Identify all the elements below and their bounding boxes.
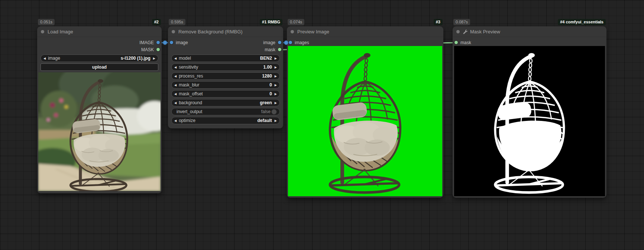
input-slot-images[interactable]: images [289,39,309,46]
output-slot-mask[interactable]: MASK [141,46,160,53]
node-id-badge: #2 [152,19,161,25]
widget-value: 0 [269,82,272,88]
output-slot-image[interactable]: IMAGE [139,39,160,46]
images-input-pin[interactable] [289,41,292,44]
input-slot-label: mask [460,40,471,45]
input-slot-image[interactable]: image [170,39,188,46]
combo-left-arrow-icon[interactable]: ◀ [174,101,177,105]
widget-value: green [260,100,272,105]
toggle-knob[interactable] [271,109,277,115]
widget-value: false [261,109,271,114]
invert-output-toggle-widget[interactable]: invert_output false [171,108,280,115]
input-slot-mask[interactable]: mask [454,39,471,46]
widget-value: s-l1200 (1).jpg [121,56,151,61]
combo-right-arrow-icon[interactable]: ▶ [153,57,155,60]
combo-right-arrow-icon[interactable]: ▶ [275,119,277,122]
widget-value: BEN2 [260,56,272,61]
upload-button[interactable]: upload [41,63,158,71]
widget-label: background [179,100,202,105]
node-title: Remove Background (RMBG) [178,29,243,34]
mask-blur-number-widget[interactable]: ◀ mask_blur 0 ▶ [171,81,280,89]
widget-label: process_res [179,73,203,79]
chair-mask-silhouette [454,46,605,196]
output-slot-image[interactable]: image [263,39,281,46]
mask-output-pin[interactable] [278,48,281,51]
node-remove-background[interactable]: 0.595s #1 RMBG Remove Background (RMBG) … [168,26,283,128]
combo-left-arrow-icon[interactable]: ◀ [174,57,177,60]
status-dot-icon [456,30,460,33]
node-title-bar[interactable]: Load Image [37,26,162,37]
widget-value: default [258,118,272,123]
output-slot-label: MASK [141,47,154,52]
execution-time-badge: 0.074s [288,19,304,25]
model-combo-widget[interactable]: ◀ model BEN2 ▶ [171,55,280,62]
combo-right-arrow-icon[interactable]: ▶ [275,75,277,78]
combo-left-arrow-icon[interactable]: ◀ [174,83,177,87]
node-title: Mask Preview [470,29,500,34]
mask-output-pin[interactable] [156,48,160,51]
widget-label: mask_offset [179,91,203,96]
node-title-bar[interactable]: Preview Image [287,26,443,37]
combo-left-arrow-icon[interactable]: ◀ [174,92,177,96]
node-load-image[interactable]: 0.051s #2 Load Image IMAGE MASK ◀ image … [37,26,162,193]
widget-label: invert_output [177,109,202,114]
background-combo-widget[interactable]: ◀ background green ▶ [171,99,280,106]
node-mask-preview[interactable]: 0.087s #4 comfyui_essentials Mask Previe… [453,26,606,198]
status-dot-icon [172,30,175,33]
green-screen-preview[interactable] [288,46,442,196]
node-title-bar[interactable]: Mask Preview [453,26,606,37]
image-combo-widget[interactable]: ◀ image s-l1200 (1).jpg ▶ [41,55,158,62]
execution-time-badge: 0.087s [453,19,470,25]
input-slot-label: image [176,40,188,45]
output-slot-label: mask [265,47,275,52]
combo-left-arrow-icon[interactable]: ◀ [43,57,46,60]
wrench-icon [463,29,468,34]
combo-right-arrow-icon[interactable]: ▶ [275,66,277,69]
loaded-image-preview[interactable] [38,72,161,191]
widget-value: 0 [269,91,272,96]
node-id-badge: #1 RMBG [260,19,282,25]
node-title-bar[interactable]: Remove Background (RMBG) [168,26,283,37]
mask-image-preview[interactable] [454,46,605,196]
widget-label: optimize [179,118,195,123]
widget-label: model [179,56,191,61]
combo-right-arrow-icon[interactable]: ▶ [275,83,277,87]
status-dot-icon [291,30,294,33]
process-res-number-widget[interactable]: ◀ process_res 1280 ▶ [171,72,280,80]
input-slot-label: images [295,40,309,45]
node-title: Preview Image [297,29,329,34]
widget-label: sensitivity [179,65,198,70]
combo-left-arrow-icon[interactable]: ◀ [174,66,177,69]
combo-right-arrow-icon[interactable]: ▶ [275,101,277,105]
widget-label: mask_blur [179,82,199,88]
chair-on-chroma-green [288,46,442,196]
image-output-pin[interactable] [156,41,160,44]
node-id-badge: #4 comfyui_essentials [558,19,606,25]
widget-value: 1.00 [263,65,272,70]
garden-chair-photo [38,72,161,191]
combo-left-arrow-icon[interactable]: ◀ [174,75,177,78]
mask-input-pin[interactable] [454,41,458,44]
output-slot-mask[interactable]: mask [265,46,281,53]
combo-right-arrow-icon[interactable]: ▶ [275,57,277,60]
image-input-pin[interactable] [170,41,173,44]
combo-left-arrow-icon[interactable]: ◀ [174,119,177,122]
image-output-pin[interactable] [278,41,281,44]
output-slot-label: IMAGE [139,40,154,45]
widget-value: 1280 [262,73,272,79]
sensitivity-number-widget[interactable]: ◀ sensitivity 1.00 ▶ [171,63,280,71]
widget-label: image [48,56,60,61]
output-slot-label: image [263,40,275,45]
node-graph-canvas[interactable]: 0.051s #2 Load Image IMAGE MASK ◀ image … [0,0,644,250]
execution-time-badge: 0.051s [38,19,55,25]
combo-right-arrow-icon[interactable]: ▶ [275,92,277,96]
optimize-combo-widget[interactable]: ◀ optimize default ▶ [171,117,280,124]
status-dot-icon [41,30,44,33]
mask-offset-number-widget[interactable]: ◀ mask_offset 0 ▶ [171,90,280,98]
node-title: Load Image [48,29,73,34]
execution-time-badge: 0.595s [169,19,185,25]
node-preview-image[interactable]: 0.074s #3 Preview Image images [287,26,443,198]
node-id-badge: #3 [434,19,443,25]
